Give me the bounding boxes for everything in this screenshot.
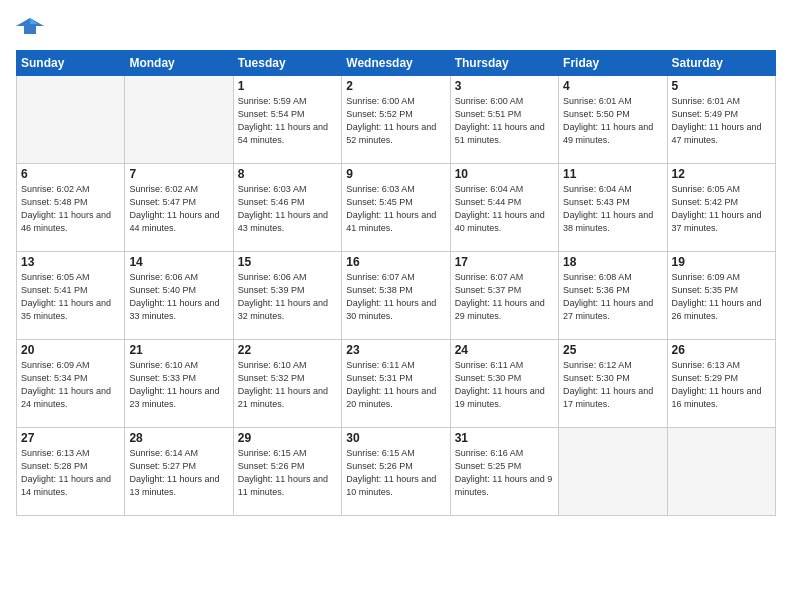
- calendar-cell: 11Sunrise: 6:04 AM Sunset: 5:43 PM Dayli…: [559, 164, 667, 252]
- day-info: Sunrise: 6:04 AM Sunset: 5:43 PM Dayligh…: [563, 183, 662, 235]
- calendar-cell: 22Sunrise: 6:10 AM Sunset: 5:32 PM Dayli…: [233, 340, 341, 428]
- calendar-cell: 3Sunrise: 6:00 AM Sunset: 5:51 PM Daylig…: [450, 76, 558, 164]
- day-number: 5: [672, 79, 771, 93]
- calendar-cell: 6Sunrise: 6:02 AM Sunset: 5:48 PM Daylig…: [17, 164, 125, 252]
- day-info: Sunrise: 6:11 AM Sunset: 5:30 PM Dayligh…: [455, 359, 554, 411]
- day-number: 14: [129, 255, 228, 269]
- calendar-cell: 30Sunrise: 6:15 AM Sunset: 5:26 PM Dayli…: [342, 428, 450, 516]
- day-info: Sunrise: 6:02 AM Sunset: 5:47 PM Dayligh…: [129, 183, 228, 235]
- day-info: Sunrise: 6:02 AM Sunset: 5:48 PM Dayligh…: [21, 183, 120, 235]
- day-info: Sunrise: 6:13 AM Sunset: 5:28 PM Dayligh…: [21, 447, 120, 499]
- day-number: 6: [21, 167, 120, 181]
- week-row-3: 13Sunrise: 6:05 AM Sunset: 5:41 PM Dayli…: [17, 252, 776, 340]
- day-number: 21: [129, 343, 228, 357]
- calendar-cell: 24Sunrise: 6:11 AM Sunset: 5:30 PM Dayli…: [450, 340, 558, 428]
- day-number: 10: [455, 167, 554, 181]
- day-number: 20: [21, 343, 120, 357]
- day-info: Sunrise: 5:59 AM Sunset: 5:54 PM Dayligh…: [238, 95, 337, 147]
- calendar-cell: 19Sunrise: 6:09 AM Sunset: 5:35 PM Dayli…: [667, 252, 775, 340]
- weekday-tuesday: Tuesday: [233, 51, 341, 76]
- day-number: 18: [563, 255, 662, 269]
- header: [16, 16, 776, 38]
- day-info: Sunrise: 6:01 AM Sunset: 5:49 PM Dayligh…: [672, 95, 771, 147]
- day-number: 8: [238, 167, 337, 181]
- page: SundayMondayTuesdayWednesdayThursdayFrid…: [0, 0, 792, 612]
- day-number: 27: [21, 431, 120, 445]
- calendar-cell: 7Sunrise: 6:02 AM Sunset: 5:47 PM Daylig…: [125, 164, 233, 252]
- day-number: 26: [672, 343, 771, 357]
- day-number: 25: [563, 343, 662, 357]
- day-info: Sunrise: 6:03 AM Sunset: 5:46 PM Dayligh…: [238, 183, 337, 235]
- calendar-cell: 5Sunrise: 6:01 AM Sunset: 5:49 PM Daylig…: [667, 76, 775, 164]
- day-number: 24: [455, 343, 554, 357]
- day-info: Sunrise: 6:03 AM Sunset: 5:45 PM Dayligh…: [346, 183, 445, 235]
- logo-bird-icon: [16, 16, 44, 38]
- day-number: 7: [129, 167, 228, 181]
- day-info: Sunrise: 6:01 AM Sunset: 5:50 PM Dayligh…: [563, 95, 662, 147]
- calendar-cell: [125, 76, 233, 164]
- day-info: Sunrise: 6:10 AM Sunset: 5:32 PM Dayligh…: [238, 359, 337, 411]
- day-info: Sunrise: 6:05 AM Sunset: 5:41 PM Dayligh…: [21, 271, 120, 323]
- calendar-cell: 26Sunrise: 6:13 AM Sunset: 5:29 PM Dayli…: [667, 340, 775, 428]
- calendar-cell: 31Sunrise: 6:16 AM Sunset: 5:25 PM Dayli…: [450, 428, 558, 516]
- day-info: Sunrise: 6:14 AM Sunset: 5:27 PM Dayligh…: [129, 447, 228, 499]
- day-number: 11: [563, 167, 662, 181]
- calendar-cell: 23Sunrise: 6:11 AM Sunset: 5:31 PM Dayli…: [342, 340, 450, 428]
- week-row-5: 27Sunrise: 6:13 AM Sunset: 5:28 PM Dayli…: [17, 428, 776, 516]
- day-info: Sunrise: 6:15 AM Sunset: 5:26 PM Dayligh…: [346, 447, 445, 499]
- calendar: SundayMondayTuesdayWednesdayThursdayFrid…: [16, 50, 776, 516]
- day-info: Sunrise: 6:05 AM Sunset: 5:42 PM Dayligh…: [672, 183, 771, 235]
- calendar-cell: 20Sunrise: 6:09 AM Sunset: 5:34 PM Dayli…: [17, 340, 125, 428]
- day-info: Sunrise: 6:09 AM Sunset: 5:35 PM Dayligh…: [672, 271, 771, 323]
- calendar-cell: [559, 428, 667, 516]
- calendar-cell: 8Sunrise: 6:03 AM Sunset: 5:46 PM Daylig…: [233, 164, 341, 252]
- day-number: 31: [455, 431, 554, 445]
- calendar-cell: [667, 428, 775, 516]
- calendar-cell: 9Sunrise: 6:03 AM Sunset: 5:45 PM Daylig…: [342, 164, 450, 252]
- day-info: Sunrise: 6:00 AM Sunset: 5:52 PM Dayligh…: [346, 95, 445, 147]
- calendar-cell: 4Sunrise: 6:01 AM Sunset: 5:50 PM Daylig…: [559, 76, 667, 164]
- day-number: 1: [238, 79, 337, 93]
- calendar-cell: 1Sunrise: 5:59 AM Sunset: 5:54 PM Daylig…: [233, 76, 341, 164]
- day-number: 16: [346, 255, 445, 269]
- calendar-cell: 15Sunrise: 6:06 AM Sunset: 5:39 PM Dayli…: [233, 252, 341, 340]
- calendar-cell: 13Sunrise: 6:05 AM Sunset: 5:41 PM Dayli…: [17, 252, 125, 340]
- day-number: 9: [346, 167, 445, 181]
- day-info: Sunrise: 6:07 AM Sunset: 5:38 PM Dayligh…: [346, 271, 445, 323]
- day-number: 19: [672, 255, 771, 269]
- day-number: 12: [672, 167, 771, 181]
- day-number: 22: [238, 343, 337, 357]
- calendar-cell: [17, 76, 125, 164]
- day-number: 29: [238, 431, 337, 445]
- day-info: Sunrise: 6:07 AM Sunset: 5:37 PM Dayligh…: [455, 271, 554, 323]
- calendar-cell: 10Sunrise: 6:04 AM Sunset: 5:44 PM Dayli…: [450, 164, 558, 252]
- weekday-wednesday: Wednesday: [342, 51, 450, 76]
- day-info: Sunrise: 6:11 AM Sunset: 5:31 PM Dayligh…: [346, 359, 445, 411]
- calendar-cell: 2Sunrise: 6:00 AM Sunset: 5:52 PM Daylig…: [342, 76, 450, 164]
- day-info: Sunrise: 6:13 AM Sunset: 5:29 PM Dayligh…: [672, 359, 771, 411]
- week-row-2: 6Sunrise: 6:02 AM Sunset: 5:48 PM Daylig…: [17, 164, 776, 252]
- calendar-cell: 21Sunrise: 6:10 AM Sunset: 5:33 PM Dayli…: [125, 340, 233, 428]
- day-info: Sunrise: 6:06 AM Sunset: 5:40 PM Dayligh…: [129, 271, 228, 323]
- day-info: Sunrise: 6:16 AM Sunset: 5:25 PM Dayligh…: [455, 447, 554, 499]
- day-info: Sunrise: 6:10 AM Sunset: 5:33 PM Dayligh…: [129, 359, 228, 411]
- weekday-friday: Friday: [559, 51, 667, 76]
- day-number: 17: [455, 255, 554, 269]
- calendar-cell: 25Sunrise: 6:12 AM Sunset: 5:30 PM Dayli…: [559, 340, 667, 428]
- calendar-cell: 16Sunrise: 6:07 AM Sunset: 5:38 PM Dayli…: [342, 252, 450, 340]
- day-number: 2: [346, 79, 445, 93]
- calendar-cell: 28Sunrise: 6:14 AM Sunset: 5:27 PM Dayli…: [125, 428, 233, 516]
- day-number: 30: [346, 431, 445, 445]
- day-info: Sunrise: 6:06 AM Sunset: 5:39 PM Dayligh…: [238, 271, 337, 323]
- week-row-1: 1Sunrise: 5:59 AM Sunset: 5:54 PM Daylig…: [17, 76, 776, 164]
- calendar-cell: 18Sunrise: 6:08 AM Sunset: 5:36 PM Dayli…: [559, 252, 667, 340]
- week-row-4: 20Sunrise: 6:09 AM Sunset: 5:34 PM Dayli…: [17, 340, 776, 428]
- day-info: Sunrise: 6:09 AM Sunset: 5:34 PM Dayligh…: [21, 359, 120, 411]
- calendar-cell: 14Sunrise: 6:06 AM Sunset: 5:40 PM Dayli…: [125, 252, 233, 340]
- day-number: 4: [563, 79, 662, 93]
- weekday-thursday: Thursday: [450, 51, 558, 76]
- day-info: Sunrise: 6:08 AM Sunset: 5:36 PM Dayligh…: [563, 271, 662, 323]
- day-number: 23: [346, 343, 445, 357]
- day-info: Sunrise: 6:15 AM Sunset: 5:26 PM Dayligh…: [238, 447, 337, 499]
- weekday-sunday: Sunday: [17, 51, 125, 76]
